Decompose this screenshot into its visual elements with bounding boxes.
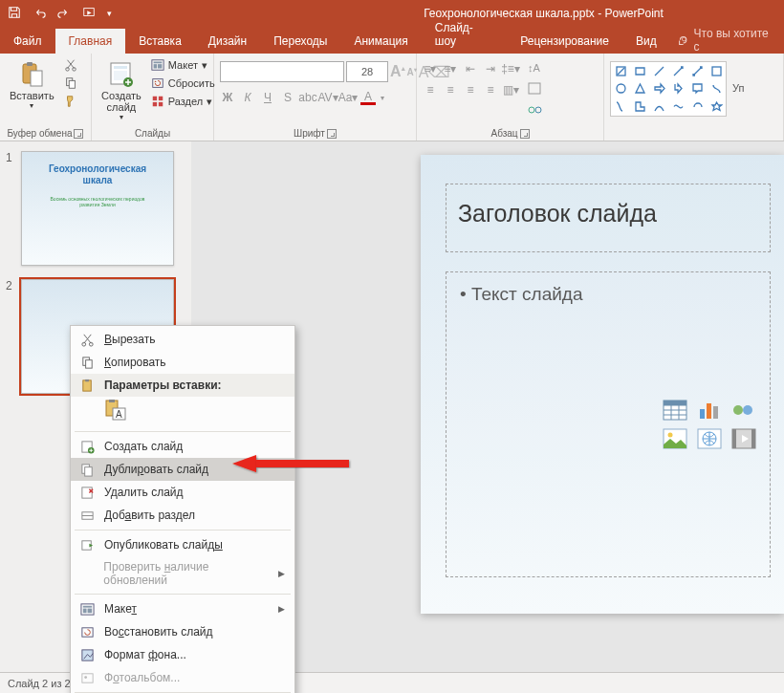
tab-slideshow[interactable]: Слайд-шоу bbox=[422, 15, 507, 54]
copy-button[interactable] bbox=[62, 76, 79, 91]
font-color-icon[interactable]: A bbox=[360, 90, 376, 105]
group-paragraph: ≡▾ ≡▾ ⇤ ⇥ ‡≡▾ ≡ ≡ ≡ ≡ ▥▾ ↕A bbox=[417, 54, 604, 141]
title-placeholder[interactable]: Заголовок слайда bbox=[446, 184, 771, 252]
svg-rect-61 bbox=[82, 605, 91, 607]
section-button[interactable]: Раздел ▾ bbox=[149, 94, 217, 109]
grow-font-icon[interactable]: A▴ bbox=[390, 63, 405, 80]
new-slide-button[interactable]: Создать слайд ▾ bbox=[98, 57, 145, 123]
svg-point-35 bbox=[743, 405, 752, 415]
reset-button[interactable]: Сбросить bbox=[149, 76, 217, 91]
justify-icon[interactable]: ≡ bbox=[483, 82, 498, 97]
tab-insert[interactable]: Вставка bbox=[125, 29, 195, 54]
group-clipboard-label: Буфер обмена bbox=[8, 128, 73, 139]
insert-video-icon[interactable] bbox=[731, 428, 756, 449]
font-dialog-launcher[interactable] bbox=[327, 129, 337, 139]
svg-point-25 bbox=[535, 107, 541, 113]
tell-me[interactable]: Что вы хотите с bbox=[670, 27, 784, 54]
ctx-photo-album: Фотоальбом... bbox=[71, 666, 294, 689]
insert-chart-icon[interactable] bbox=[697, 400, 722, 421]
svg-point-24 bbox=[529, 107, 534, 113]
line-spacing-icon[interactable]: ‡≡▾ bbox=[503, 61, 518, 76]
current-slide[interactable]: Заголовок слайда • Текст слайда bbox=[421, 155, 784, 614]
font-name-input[interactable] bbox=[220, 61, 344, 82]
duplicate-icon bbox=[78, 462, 96, 477]
format-bg-icon bbox=[78, 647, 96, 662]
svg-rect-20 bbox=[153, 102, 157, 106]
body-placeholder[interactable]: • Текст слайда bbox=[446, 271, 771, 577]
svg-rect-47 bbox=[82, 379, 90, 390]
font-size-input[interactable] bbox=[346, 61, 388, 82]
insert-online-picture-icon[interactable] bbox=[697, 428, 722, 449]
ctx-copy[interactable]: Копировать bbox=[71, 351, 294, 374]
paste-button[interactable]: Вставить ▾ bbox=[6, 57, 58, 112]
start-from-beginning-icon[interactable] bbox=[82, 6, 96, 22]
underline-icon[interactable]: Ч bbox=[260, 90, 275, 105]
svg-rect-32 bbox=[707, 403, 711, 419]
paragraph-dialog-launcher[interactable] bbox=[520, 129, 530, 139]
change-case-icon[interactable]: Aa▾ bbox=[340, 90, 356, 105]
svg-rect-41 bbox=[732, 429, 736, 448]
shapes-gallery[interactable] bbox=[610, 61, 727, 117]
strikethrough-icon[interactable]: S bbox=[280, 90, 295, 105]
align-left-icon[interactable]: ≡ bbox=[423, 82, 438, 97]
save-icon[interactable] bbox=[8, 6, 21, 22]
new-slide-icon bbox=[78, 439, 96, 454]
bold-icon[interactable]: Ж bbox=[220, 90, 235, 105]
align-text-icon[interactable] bbox=[528, 82, 543, 99]
redo-icon[interactable] bbox=[57, 6, 71, 22]
text-direction-icon[interactable]: ↕A bbox=[528, 61, 543, 78]
publish-icon bbox=[78, 537, 96, 552]
smartart-icon[interactable] bbox=[528, 103, 543, 120]
bullets-icon[interactable]: ≡▾ bbox=[423, 61, 438, 76]
layout-button[interactable]: Макет ▾ bbox=[149, 57, 217, 73]
svg-rect-23 bbox=[529, 83, 540, 94]
svg-rect-57 bbox=[81, 487, 91, 497]
decrease-indent-icon[interactable]: ⇤ bbox=[463, 61, 478, 76]
ctx-paste-option-keep-formatting[interactable]: A bbox=[71, 397, 294, 428]
slide-thumbnail-1[interactable]: Геохронологическая шкала Восемь основных… bbox=[21, 151, 174, 266]
ctx-delete-slide[interactable]: Удалить слайд bbox=[71, 481, 294, 504]
ctx-check-updates: Проверить наличие обновлений▶ bbox=[71, 556, 294, 591]
insert-smartart-icon[interactable] bbox=[731, 400, 756, 421]
svg-rect-46 bbox=[85, 359, 92, 367]
columns-icon[interactable]: ▥▾ bbox=[503, 82, 518, 97]
increase-indent-icon[interactable]: ⇥ bbox=[483, 61, 498, 76]
char-spacing-icon[interactable]: AV▾ bbox=[320, 90, 336, 105]
tab-transitions[interactable]: Переходы bbox=[260, 29, 340, 54]
ctx-cut[interactable]: Вырезать bbox=[71, 328, 294, 351]
svg-rect-62 bbox=[82, 608, 86, 613]
cut-button[interactable] bbox=[62, 57, 79, 73]
numbering-icon[interactable]: ≡▾ bbox=[443, 61, 458, 76]
tell-me-label: Что вы хотите с bbox=[694, 27, 776, 54]
format-painter-button[interactable] bbox=[62, 94, 79, 109]
group-font: A▴ A▾ A⌫ Ж К Ч S abc AV▾ Aa▾ A ▾ Шрифт bbox=[214, 54, 417, 141]
drawing-more[interactable]: Уп bbox=[732, 61, 744, 94]
svg-rect-56 bbox=[84, 466, 92, 475]
tab-animations[interactable]: Анимация bbox=[340, 29, 421, 54]
tab-design[interactable]: Дизайн bbox=[195, 29, 260, 54]
svg-rect-66 bbox=[81, 673, 92, 682]
body-text: • Текст слайда bbox=[460, 284, 582, 304]
ctx-layout[interactable]: Макет▶ bbox=[71, 597, 294, 620]
status-slide-number[interactable]: Слайд 2 из 2 bbox=[8, 678, 71, 689]
align-center-icon[interactable]: ≡ bbox=[443, 82, 458, 97]
italic-icon[interactable]: К bbox=[240, 90, 255, 105]
ctx-restore-slide[interactable]: Восстановить слайд bbox=[71, 620, 294, 643]
align-right-icon[interactable]: ≡ bbox=[463, 82, 478, 97]
ctx-publish-slides[interactable]: Опубликовать слайды bbox=[71, 533, 294, 556]
insert-picture-icon[interactable] bbox=[663, 428, 687, 449]
tab-view[interactable]: Вид bbox=[622, 29, 670, 54]
insert-table-icon[interactable] bbox=[663, 400, 687, 421]
tab-file[interactable]: Файл bbox=[0, 29, 55, 54]
clipboard-dialog-launcher[interactable] bbox=[74, 129, 83, 139]
ctx-add-section[interactable]: Добавить раздел bbox=[71, 504, 294, 527]
svg-rect-21 bbox=[159, 102, 163, 106]
svg-point-37 bbox=[668, 433, 673, 438]
undo-icon[interactable] bbox=[33, 6, 46, 22]
shadow-icon[interactable]: abc bbox=[300, 90, 316, 105]
tab-review[interactable]: Рецензирование bbox=[507, 29, 622, 54]
shrink-font-icon[interactable]: A▾ bbox=[407, 66, 417, 77]
ctx-format-background[interactable]: Формат фона... bbox=[71, 643, 294, 666]
tab-home[interactable]: Главная bbox=[55, 29, 126, 54]
paste-label: Вставить bbox=[10, 90, 54, 101]
